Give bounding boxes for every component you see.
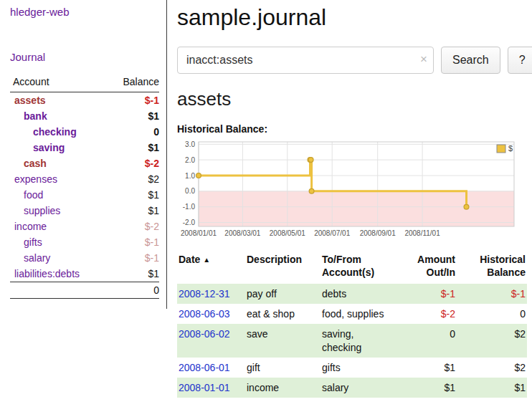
register-col-label: Account(s): [322, 267, 411, 279]
register-amount-cell: $-1: [414, 284, 458, 304]
register-col-date[interactable]: Date▲: [177, 252, 245, 284]
register-col-label: Description: [247, 254, 318, 267]
main-content: sample.journal × Search ? assets Histori…: [167, 0, 532, 398]
register-description-cell: pay off: [245, 284, 320, 304]
accounts-header-row: Account Balance: [10, 75, 159, 92]
app-title-link[interactable]: hledger-web: [10, 6, 159, 18]
accounts-total: 0: [105, 282, 159, 299]
register-col-label: Amount: [415, 254, 455, 267]
svg-text:2008/09/01: 2008/09/01: [360, 229, 396, 237]
register-description-cell: save: [245, 324, 320, 357]
account-link-cash[interactable]: cash: [24, 158, 47, 169]
register-col-amount: AmountOut/In: [414, 252, 458, 284]
register-col-label: Balance: [460, 267, 526, 279]
account-row: supplies$1: [10, 203, 159, 219]
account-balance: $-2: [105, 219, 159, 234]
account-balance: $1: [105, 187, 159, 203]
sort-ascending-icon: ▲: [203, 256, 210, 264]
svg-text:1.0: 1.0: [185, 172, 195, 180]
account-link-expenses[interactable]: expenses: [14, 173, 57, 185]
account-row: bank$1: [10, 108, 159, 124]
account-link-bank[interactable]: bank: [24, 110, 47, 122]
accounts-table: Account Balance assets$-1bank$1checking0…: [10, 75, 159, 299]
transaction-date-link[interactable]: 2008-06-02: [179, 328, 230, 340]
account-row: saving$1: [10, 140, 159, 155]
account-name-cell: checking: [10, 124, 105, 140]
account-link-food[interactable]: food: [24, 189, 43, 201]
account-name-cell: income: [10, 219, 105, 234]
account-name-cell: assets: [10, 92, 105, 109]
account-name-cell: liabilities:debts: [10, 266, 105, 282]
register-col-label: Date▲: [179, 254, 242, 267]
register-balance-cell: $-1: [458, 284, 527, 304]
account-balance: $-1: [105, 250, 159, 266]
svg-text:-2.0: -2.0: [183, 219, 196, 226]
register-row: 2008-12-31pay offdebts$-1$-1: [177, 284, 527, 304]
register-col-accounts: To/FromAccount(s): [320, 252, 414, 284]
accounts-col-balance: Balance: [105, 75, 159, 92]
account-link-checking[interactable]: checking: [33, 126, 77, 138]
account-link-salary[interactable]: salary: [24, 252, 50, 264]
register-table-body: 2008-12-31pay offdebts$-1$-12008-06-03ea…: [177, 284, 527, 398]
account-balance: $-1: [105, 234, 159, 250]
register-col-label: Historical: [460, 254, 526, 267]
register-header-row: Date▲DescriptionTo/FromAccount(s)AmountO…: [177, 252, 527, 284]
account-name-cell: supplies: [10, 203, 105, 219]
search-form: × Search ?: [177, 47, 532, 74]
account-link-supplies[interactable]: supplies: [24, 205, 60, 216]
search-input[interactable]: [177, 47, 434, 74]
transaction-date-link[interactable]: 2008-12-31: [179, 288, 230, 299]
account-row: checking0: [10, 124, 159, 140]
account-link-income[interactable]: income: [14, 221, 47, 232]
clear-search-icon[interactable]: ×: [420, 52, 427, 67]
account-balance: $1: [105, 140, 159, 155]
register-balance-cell: 0: [458, 304, 527, 324]
transaction-date-link[interactable]: 2008-01-01: [179, 382, 230, 393]
register-date-cell: 2008-06-03: [177, 304, 245, 324]
chart-point: [309, 188, 314, 193]
svg-text:3.0: 3.0: [185, 140, 195, 148]
account-link-saving[interactable]: saving: [33, 142, 65, 153]
register-description-cell: gift: [245, 358, 320, 378]
register-balance-cell: $2: [458, 358, 527, 378]
register-amount-cell: $1: [414, 378, 458, 398]
account-row: salary$-1: [10, 250, 159, 266]
svg-text:2008/07/01: 2008/07/01: [314, 229, 350, 237]
register-accounts-cell: food, supplies: [320, 304, 414, 324]
historical-balance-chart: $3.02.01.00.0-1.0-2.02008/01/012008/03/0…: [177, 140, 532, 241]
register-accounts-cell: saving, checking: [320, 324, 414, 357]
register-amount-cell: $1: [414, 358, 458, 378]
register-balance-cell: $1: [458, 378, 527, 398]
account-balance: $1: [105, 203, 159, 219]
account-row: food$1: [10, 187, 159, 203]
register-row: 2008-06-03eat & shopfood, supplies$-20: [177, 304, 527, 324]
transaction-date-link[interactable]: 2008-06-03: [179, 308, 230, 320]
journal-link[interactable]: Journal: [10, 51, 159, 63]
account-row: gifts$-1: [10, 234, 159, 250]
account-link-liabilities-debts[interactable]: liabilities:debts: [14, 268, 80, 279]
account-name-cell: bank: [10, 108, 105, 124]
register-amount-cell: 0: [414, 324, 458, 357]
register-row: 2008-01-01incomesalary$1$1: [177, 378, 527, 398]
search-button[interactable]: Search: [441, 47, 500, 74]
help-button[interactable]: ?: [508, 47, 532, 74]
svg-text:-1.0: -1.0: [183, 203, 196, 211]
chart-point: [196, 173, 201, 178]
account-row: cash$-2: [10, 155, 159, 171]
svg-text:2008/11/01: 2008/11/01: [404, 229, 440, 237]
svg-text:2008/05/01: 2008/05/01: [270, 229, 305, 237]
account-name-cell: saving: [10, 140, 105, 155]
account-link-assets[interactable]: assets: [14, 95, 46, 106]
register-description-cell: income: [245, 378, 320, 398]
app-window: hledger-web Journal Account Balance asse…: [0, 0, 532, 417]
account-link-gifts[interactable]: gifts: [24, 236, 42, 248]
register-col-label: To/From: [322, 254, 411, 267]
transaction-date-link[interactable]: 2008-06-01: [179, 362, 230, 373]
account-name-cell: expenses: [10, 171, 105, 187]
page-title: sample.journal: [177, 4, 532, 31]
accounts-table-body: assets$-1bank$1checking0saving$1cash$-2e…: [10, 92, 159, 282]
register-description-cell: eat & shop: [245, 304, 320, 324]
account-balance: $1: [105, 108, 159, 124]
register-accounts-cell: salary: [320, 378, 414, 398]
account-name-cell: salary: [10, 250, 105, 266]
